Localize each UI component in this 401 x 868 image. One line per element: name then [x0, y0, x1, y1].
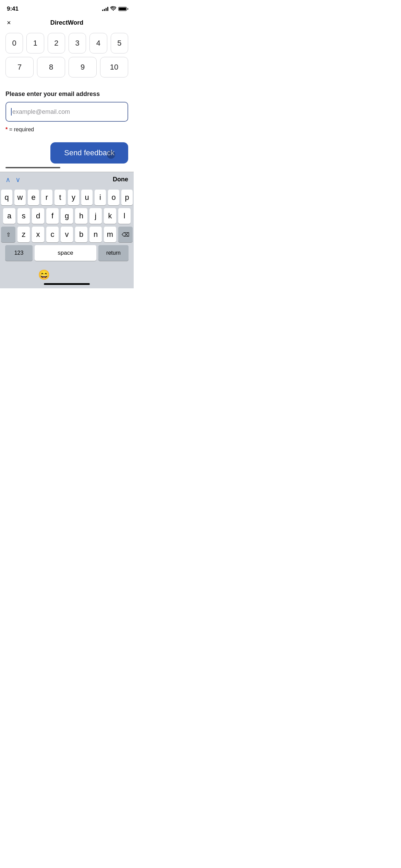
number-row-2: 7 8 9 10	[5, 57, 128, 77]
number-row-1: 0 1 2 3 4 5	[5, 33, 128, 53]
key-e[interactable]: e	[28, 190, 39, 205]
battery-icon	[118, 7, 127, 11]
status-bar: 9:41	[0, 0, 134, 15]
signal-icon	[102, 7, 108, 11]
keyboard: q w e r t y u i o p a s d f g h j k l ⇧ …	[0, 187, 134, 265]
keyboard-toolbar: ∧ ∨ Done	[0, 172, 134, 187]
email-label: Please enter your email address	[5, 91, 128, 98]
key-w[interactable]: w	[14, 190, 26, 205]
nav-header: × DirectWord	[0, 15, 134, 30]
email-input-wrapper[interactable]: example@email.com	[5, 102, 128, 122]
number-btn-0[interactable]: 0	[5, 33, 23, 53]
number-btn-9[interactable]: 9	[69, 57, 97, 77]
toolbar-nav: ∧ ∨	[5, 176, 21, 184]
key-o[interactable]: o	[108, 190, 119, 205]
emoji-button[interactable]: 😄	[38, 269, 50, 280]
key-r[interactable]: r	[41, 190, 52, 205]
page-title: DirectWord	[50, 19, 84, 26]
number-btn-7[interactable]: 7	[5, 57, 34, 77]
email-placeholder: example@email.com	[12, 108, 70, 116]
text-cursor	[11, 108, 12, 116]
numbers-key[interactable]: 123	[5, 245, 33, 261]
wifi-icon	[110, 6, 116, 12]
home-indicator	[44, 283, 90, 285]
key-q[interactable]: q	[1, 190, 12, 205]
status-icons	[102, 6, 127, 12]
toolbar-done-button[interactable]: Done	[113, 176, 128, 183]
key-k[interactable]: k	[104, 208, 116, 224]
number-btn-4[interactable]: 4	[89, 33, 107, 53]
number-btn-2[interactable]: 2	[48, 33, 65, 53]
status-time: 9:41	[7, 5, 19, 12]
key-j[interactable]: j	[89, 208, 102, 224]
key-c[interactable]: c	[46, 227, 59, 242]
ripple-effect	[107, 150, 115, 159]
space-key[interactable]: space	[35, 245, 96, 261]
key-row-2: a s d f g h j k l	[1, 208, 133, 224]
key-x[interactable]: x	[32, 227, 44, 242]
email-section: Please enter your email address example@…	[0, 81, 134, 133]
key-s[interactable]: s	[17, 208, 30, 224]
key-d[interactable]: d	[32, 208, 44, 224]
key-p[interactable]: p	[121, 190, 133, 205]
send-feedback-button[interactable]: Send feedback	[50, 142, 128, 164]
return-key[interactable]: return	[98, 245, 129, 261]
toolbar-up-arrow[interactable]: ∧	[5, 176, 11, 184]
number-btn-5[interactable]: 5	[111, 33, 128, 53]
toolbar-down-arrow[interactable]: ∨	[15, 176, 21, 184]
required-asterisk: *	[5, 126, 8, 132]
number-btn-8[interactable]: 8	[37, 57, 65, 77]
shift-key[interactable]: ⇧	[1, 227, 15, 242]
key-b[interactable]: b	[75, 227, 87, 242]
key-v[interactable]: v	[61, 227, 73, 242]
key-f[interactable]: f	[46, 208, 59, 224]
number-btn-1[interactable]: 1	[26, 33, 44, 53]
key-row-1: q w e r t y u i o p	[1, 190, 133, 205]
key-g[interactable]: g	[61, 208, 73, 224]
required-note: * = required	[5, 126, 128, 133]
key-i[interactable]: i	[95, 190, 106, 205]
key-a[interactable]: a	[3, 208, 15, 224]
number-btn-10[interactable]: 10	[100, 57, 128, 77]
key-u[interactable]: u	[81, 190, 93, 205]
delete-key[interactable]: ⌫	[118, 227, 133, 242]
keyboard-bottom: 😄	[33, 268, 101, 283]
number-btn-3[interactable]: 3	[69, 33, 86, 53]
key-n[interactable]: n	[89, 227, 102, 242]
key-row-3: ⇧ z x c v b n m ⌫	[1, 227, 133, 242]
number-grid: 0 1 2 3 4 5 7 8 9 10	[0, 30, 134, 77]
key-row-4: 123 space return	[1, 245, 133, 261]
scroll-indicator	[5, 167, 60, 168]
close-button[interactable]: ×	[7, 19, 11, 27]
key-m[interactable]: m	[104, 227, 116, 242]
key-l[interactable]: l	[118, 208, 131, 224]
key-y[interactable]: y	[68, 190, 79, 205]
key-z[interactable]: z	[17, 227, 30, 242]
key-h[interactable]: h	[75, 208, 87, 224]
key-t[interactable]: t	[54, 190, 66, 205]
send-btn-wrapper: Send feedback	[0, 133, 134, 164]
bottom-bar: 😄	[0, 265, 134, 288]
